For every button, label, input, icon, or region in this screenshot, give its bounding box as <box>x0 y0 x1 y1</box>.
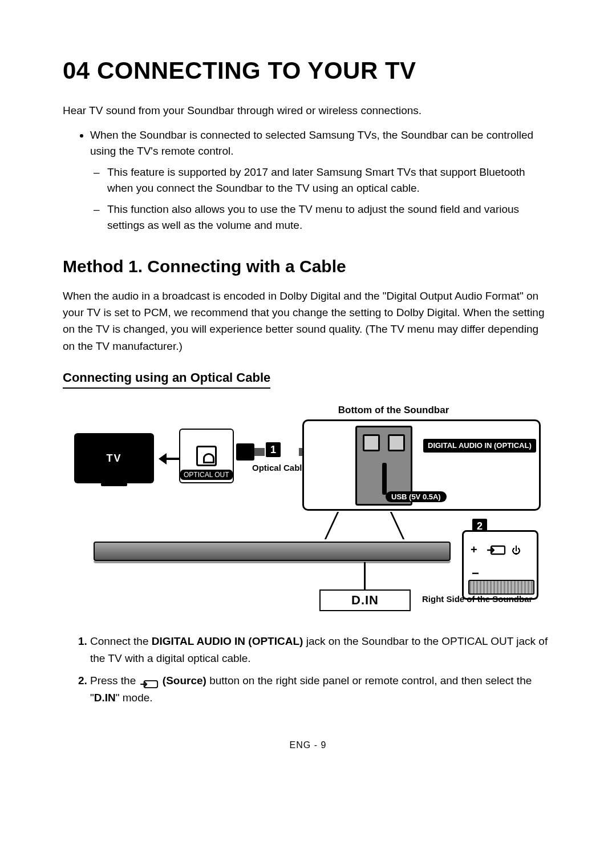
optical-port-icon <box>196 446 217 466</box>
soundbar-body-icon <box>94 542 451 561</box>
bullet-sub-1: This feature is supported by 2017 and la… <box>107 164 553 197</box>
volume-up-icon: + <box>471 543 477 556</box>
volume-down-icon: − <box>472 566 479 581</box>
step-badge-1: 1 <box>266 442 281 457</box>
intro-text: Hear TV sound from your Soundbar through… <box>63 103 553 119</box>
connection-diagram: Bottom of the Soundbar TV OPTICAL OUT 1 … <box>63 405 553 616</box>
tv-icon: TV <box>74 433 154 483</box>
digital-audio-in-label: DIGITAL AUDIO IN (OPTICAL) <box>423 439 536 453</box>
din-callout-line <box>364 562 366 589</box>
step-2: Press the (Source) button on the right s… <box>90 672 553 706</box>
step-2-din: D.IN <box>94 692 116 704</box>
method-heading: Method 1. Connecting with a Cable <box>63 257 553 276</box>
soundbar-aux-port-icon <box>388 434 405 451</box>
step-2-text-a: Press the <box>90 675 139 686</box>
source-inline-icon <box>140 677 159 686</box>
cable-plug-left-icon <box>236 443 254 461</box>
step-1: Connect the DIGITAL AUDIO IN (OPTICAL) j… <box>90 633 553 667</box>
usb-label: USB (5V 0.5A) <box>386 491 447 502</box>
page-footer: ENG - 9 <box>63 740 553 750</box>
callout-line-2 <box>390 512 404 539</box>
soundbar-shadow <box>94 561 451 563</box>
optical-subheading: Connecting using an Optical Cable <box>63 370 270 389</box>
callout-line-1 <box>325 512 339 539</box>
section-title: 04 CONNECTING TO YOUR TV <box>63 57 553 84</box>
din-display: D.IN <box>319 589 411 611</box>
step-1-text-a: Connect the <box>90 635 152 647</box>
source-button-icon <box>487 544 506 556</box>
right-side-label: Right Side of the Soundbar <box>422 594 532 604</box>
bullet-sub-2: This function also allows you to use the… <box>107 201 553 234</box>
soundbar-side-panel: + − ⏻ <box>462 530 538 600</box>
step-2-text-c: " mode. <box>116 692 153 704</box>
optical-cable-label: Optical Cable <box>252 463 307 473</box>
power-icon: ⏻ <box>512 546 521 556</box>
bullet-main: When the Soundbar is connected to select… <box>90 127 553 234</box>
bullet-main-text: When the Soundbar is connected to select… <box>90 129 533 158</box>
tv-stand <box>101 483 127 486</box>
soundbar-usb-slot-icon <box>382 463 387 495</box>
step-2-source: (Source) <box>163 675 206 686</box>
arrow-left-icon <box>159 452 179 466</box>
step-1-bold: DIGITAL AUDIO IN (OPTICAL) <box>152 635 303 647</box>
soundbar-optical-port-icon <box>363 434 380 451</box>
method-body: When the audio in a broadcast is encoded… <box>63 288 553 355</box>
optical-out-label: OPTICAL OUT <box>180 470 233 480</box>
soundbar-bottom-label: Bottom of the Soundbar <box>234 405 553 416</box>
side-panel-grille <box>468 580 534 595</box>
